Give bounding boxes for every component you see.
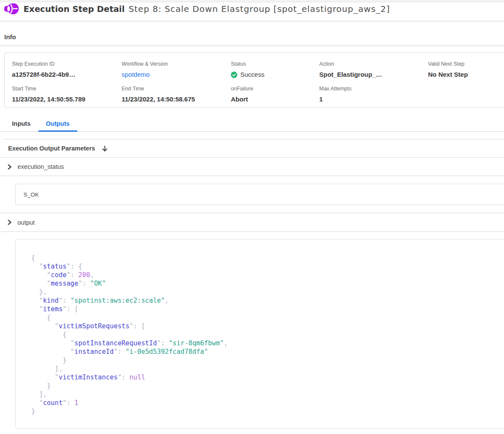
field-label: Step Execution ID xyxy=(12,61,122,67)
output-json-box: { "status": { "code": 200, "message": "O… xyxy=(15,239,504,429)
field-value: Abort xyxy=(231,95,319,103)
field-end-time: End Time 11/23/2022, 14:50:58.675 xyxy=(122,85,231,103)
field-label: Workflow & Version xyxy=(122,61,231,67)
output-json-code: { "status": { "code": 200, "message": "O… xyxy=(31,254,504,416)
node-name: execution_status xyxy=(17,163,64,170)
execution-status-value-box: S_OK xyxy=(15,184,504,205)
field-value: 11/23/2022, 14:50:55.789 xyxy=(12,95,122,103)
tab-inputs[interactable]: Inputs xyxy=(4,116,38,132)
field-start-time: Start Time 11/23/2022, 14:50:55.789 xyxy=(12,85,122,103)
field-empty xyxy=(428,85,504,103)
tab-bar: Inputs Outputs xyxy=(0,116,504,132)
tree-row-output[interactable]: output xyxy=(0,213,504,232)
page-title: Execution Step Detail xyxy=(23,4,125,14)
status-badge: Success xyxy=(231,71,319,78)
execution-status-value-wrap: S_OK xyxy=(0,176,504,213)
field-value: a125728f-6b22-4b9… xyxy=(12,71,122,78)
field-value: No Next Step xyxy=(428,71,504,78)
field-max-attempts: Max Attempts 1 xyxy=(319,85,428,103)
success-check-icon xyxy=(231,72,237,78)
field-step-execution-id: Step Execution ID a125728f-6b22-4b9… xyxy=(12,61,122,78)
node-name: output xyxy=(17,219,35,226)
output-json-wrap: { "status": { "code": 200, "message": "O… xyxy=(0,232,504,429)
field-label: End Time xyxy=(122,85,231,92)
field-label: Action xyxy=(319,61,428,67)
field-label: Start Time xyxy=(12,85,122,92)
output-parameters-title: Execution Output Parameters xyxy=(8,145,95,152)
field-valid-next-step: Valid Next Step No Next Step xyxy=(428,61,504,78)
tree-row-execution-status[interactable]: execution_status xyxy=(0,158,504,176)
tab-outputs[interactable]: Outputs xyxy=(38,116,78,132)
field-label: Max Attempts xyxy=(319,85,428,92)
field-label: Valid Next Step xyxy=(428,61,504,67)
chevron-right-icon xyxy=(7,164,12,170)
output-parameters-header: Execution Output Parameters xyxy=(0,139,504,158)
info-section-heading: Info xyxy=(0,21,504,46)
field-value: 1 xyxy=(319,95,428,103)
workflow-link[interactable]: spotdemo xyxy=(122,71,231,78)
field-label: onFailure xyxy=(231,85,319,92)
chevron-right-icon xyxy=(7,220,12,225)
info-card: Step Execution ID a125728f-6b22-4b9… Wor… xyxy=(4,52,504,108)
spot-connect-logo-icon xyxy=(4,2,19,16)
field-value: 11/23/2022, 14:50:58.675 xyxy=(122,95,231,103)
field-status: Status Success xyxy=(231,61,319,78)
field-value: Spot_Elastigroup_… xyxy=(319,71,428,78)
field-action: Action Spot_Elastigroup_… xyxy=(319,61,428,78)
field-onfailure: onFailure Abort xyxy=(231,85,319,103)
page-subtitle: Step 8: Scale Down Elastgroup [spot_elas… xyxy=(128,4,390,14)
field-label: Status xyxy=(231,61,319,67)
download-arrow-icon[interactable] xyxy=(101,145,108,152)
status-text: Success xyxy=(240,71,265,78)
field-workflow-version: Workflow & Version spotdemo xyxy=(122,61,231,78)
top-shadow-band xyxy=(0,0,504,3)
